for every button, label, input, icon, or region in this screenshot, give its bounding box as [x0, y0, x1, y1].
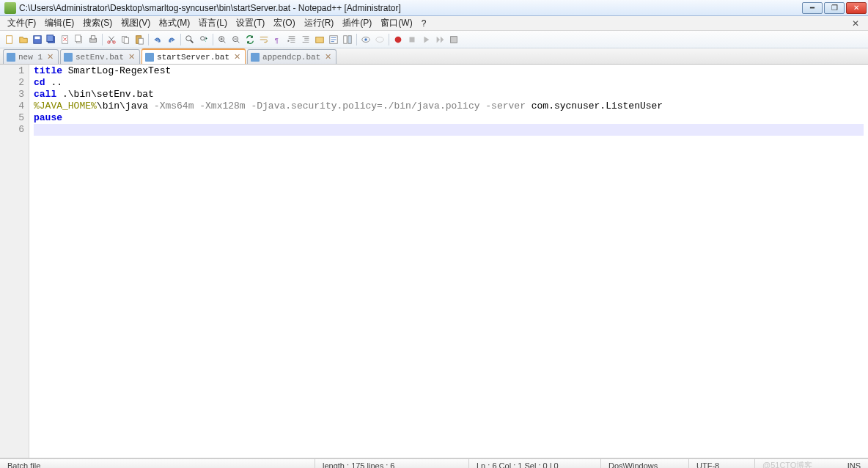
tab-appendcp[interactable]: appendcp.bat✕: [247, 49, 336, 64]
status-eol: Dos\Windows: [601, 459, 689, 468]
cut-icon[interactable]: [105, 33, 118, 46]
save-all-icon[interactable]: [45, 33, 58, 46]
code-editor[interactable]: title SmartLog-RegexTest cd .. call .\bi…: [29, 65, 868, 458]
line-number: 4: [0, 100, 24, 112]
print-icon[interactable]: [87, 33, 100, 46]
code-line: pause: [34, 112, 864, 124]
file-icon: [64, 53, 73, 62]
invisible-icon[interactable]: ¶: [271, 33, 284, 46]
redo-icon[interactable]: [165, 33, 178, 46]
close-button[interactable]: ✕: [846, 2, 867, 14]
close-file-icon[interactable]: [59, 33, 72, 46]
file-icon: [145, 53, 154, 62]
zoom-in-icon[interactable]: [216, 33, 229, 46]
save-icon[interactable]: [31, 33, 44, 46]
watermark: @51CTO博客: [755, 459, 840, 468]
tab-close-icon[interactable]: ✕: [234, 52, 240, 62]
titlebar: C:\Users\Administrator\Desktop\smarltog-…: [0, 0, 868, 16]
status-filetype: Batch file: [0, 459, 315, 468]
line-number: 3: [0, 89, 24, 100]
close-all-icon[interactable]: [73, 33, 86, 46]
editor-area: 1 2 3 4 5 6 title SmartLog-RegexTest cd …: [0, 65, 868, 458]
svg-text:¶: ¶: [275, 35, 279, 43]
menu-file[interactable]: 文件(F): [3, 15, 40, 31]
line-number: 6: [0, 124, 24, 136]
undo-icon[interactable]: [151, 33, 164, 46]
menu-window[interactable]: 窗口(W): [376, 15, 416, 31]
svg-point-27: [376, 37, 384, 42]
menu-plugins[interactable]: 插件(P): [338, 15, 376, 31]
tab-new1[interactable]: new 1✕: [3, 49, 59, 64]
func-icon[interactable]: [327, 33, 340, 46]
menu-view[interactable]: 视图(V): [117, 15, 155, 31]
menu-run[interactable]: 运行(R): [300, 15, 339, 31]
svg-rect-13: [124, 37, 128, 43]
svg-rect-7: [76, 34, 81, 41]
menu-format[interactable]: 格式(M): [155, 15, 194, 31]
svg-rect-2: [35, 36, 40, 39]
find-icon[interactable]: [183, 33, 196, 46]
replace-icon[interactable]: [197, 33, 210, 46]
svg-rect-29: [410, 37, 415, 42]
open-icon[interactable]: [17, 33, 30, 46]
svg-rect-30: [451, 36, 457, 43]
tab-setenv[interactable]: setEnv.bat✕: [60, 49, 140, 64]
window-title: C:\Users\Administrator\Desktop\smarltog-…: [19, 3, 802, 13]
line-number: 1: [0, 65, 24, 77]
svg-point-28: [395, 36, 402, 43]
zoom-out-icon[interactable]: [229, 33, 243, 46]
menu-search[interactable]: 搜索(S): [78, 15, 117, 31]
menu-help[interactable]: ?: [417, 17, 431, 30]
play-multi-icon[interactable]: [433, 33, 446, 46]
folder-icon[interactable]: [313, 33, 326, 46]
window-buttons: ━ ❐ ✕: [802, 2, 867, 14]
tab-label: setEnv.bat: [76, 53, 124, 62]
rec-icon[interactable]: [391, 33, 405, 46]
menu-macro[interactable]: 宏(O): [269, 15, 299, 31]
play-icon[interactable]: [419, 33, 433, 46]
indent-icon[interactable]: [285, 33, 298, 46]
code-line: title SmartLog-RegexTest: [34, 65, 864, 77]
menu-language[interactable]: 语言(L): [194, 15, 232, 31]
svg-rect-15: [139, 38, 143, 44]
status-length: length : 175 lines : 6: [315, 459, 469, 468]
doc-map-icon[interactable]: [341, 33, 354, 46]
line-number-gutter: 1 2 3 4 5 6: [0, 65, 29, 458]
menu-settings[interactable]: 设置(T): [232, 15, 269, 31]
line-number: 5: [0, 112, 24, 124]
svg-rect-0: [7, 35, 12, 43]
outdent-icon[interactable]: [299, 33, 312, 46]
tab-close-icon[interactable]: ✕: [47, 52, 54, 62]
svg-rect-21: [316, 37, 324, 43]
minimize-button[interactable]: ━: [802, 2, 823, 14]
tab-label: appendcp.bat: [262, 53, 320, 62]
maximize-button[interactable]: ❐: [824, 2, 845, 14]
tab-close-icon[interactable]: ✕: [325, 52, 331, 62]
sync-icon[interactable]: [243, 33, 257, 46]
toolbar: ¶: [0, 31, 868, 48]
menu-close-icon[interactable]: ✕: [847, 17, 864, 30]
stop-icon[interactable]: [405, 33, 419, 46]
macro-save-icon[interactable]: [447, 33, 460, 46]
status-ins: INS: [840, 459, 868, 468]
copy-icon[interactable]: [119, 33, 132, 46]
svg-point-16: [186, 35, 191, 40]
code-line-current: [34, 124, 864, 136]
paste-icon[interactable]: [133, 33, 146, 46]
tabbar: new 1✕ setEnv.bat✕ startServer.bat✕ appe…: [0, 48, 868, 65]
code-line: call .\bin\setEnv.bat: [34, 89, 864, 100]
status-position: Ln : 6 Col : 1 Sel : 0 | 0: [469, 459, 601, 468]
code-line: %JAVA_HOME%\bin\java -Xms64m -Xmx128m -D…: [34, 100, 864, 112]
tab-startserver[interactable]: startServer.bat✕: [141, 48, 246, 64]
wrap-icon[interactable]: [257, 33, 271, 46]
svg-rect-23: [344, 35, 347, 43]
menu-edit[interactable]: 编辑(E): [40, 15, 78, 31]
eye2-icon[interactable]: [373, 33, 386, 46]
tab-close-icon[interactable]: ✕: [128, 52, 135, 62]
new-icon[interactable]: [3, 33, 16, 46]
statusbar: Batch file length : 175 lines : 6 Ln : 6…: [0, 458, 868, 468]
svg-rect-24: [348, 35, 351, 43]
svg-rect-9: [91, 35, 95, 38]
tab-label: new 1: [18, 53, 43, 62]
eye-icon[interactable]: [359, 33, 372, 46]
